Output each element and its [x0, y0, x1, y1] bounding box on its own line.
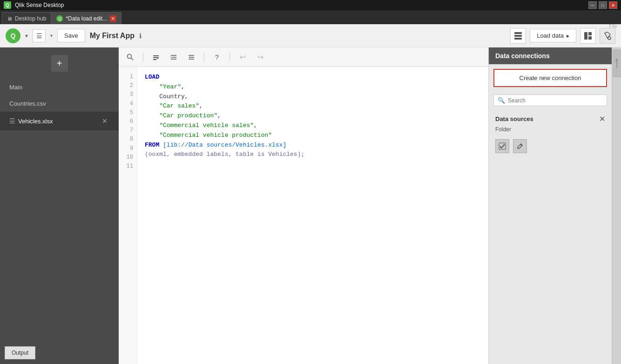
list-dropdown[interactable]: ▾: [50, 33, 53, 38]
hub-icon: 🖥: [7, 16, 12, 21]
select-data-icon: [499, 142, 506, 150]
toolbar-dropdown[interactable]: ▾: [25, 33, 28, 39]
right-panel: Data connections Create new connection 🔍…: [488, 47, 612, 364]
logo-button[interactable]: Q: [6, 28, 20, 43]
file-label: File: [605, 20, 621, 32]
svg-point-7: [128, 54, 132, 58]
layout-icon: [584, 32, 592, 40]
toolbar: Q ▾ ☰ ▾ Save My First App ℹ Load data ▸: [0, 24, 621, 47]
save-button[interactable]: Save: [57, 29, 85, 42]
create-connection-button[interactable]: Create new connection: [493, 69, 607, 87]
sidebar-vehicles-close[interactable]: ✕: [100, 116, 109, 126]
close-btn[interactable]: ✕: [609, 1, 617, 9]
separator-2: [204, 53, 204, 62]
add-section-btn[interactable]: +: [51, 55, 68, 72]
strip-btn-1[interactable]: [613, 49, 621, 77]
sidebar-item-countries[interactable]: Countries.csv: [0, 95, 119, 112]
redo-icon: ↪: [257, 53, 263, 61]
tab-close-btn[interactable]: ✕: [110, 15, 116, 22]
svg-rect-5: [588, 36, 592, 40]
sidebar-bottom: Output: [0, 342, 119, 364]
comment-icon: [152, 54, 160, 61]
edit-connection-btn[interactable]: [513, 139, 527, 153]
panel-header: Data connections: [489, 47, 612, 64]
svg-rect-11: [153, 59, 156, 60]
sidebar-main-label: Main: [9, 84, 22, 91]
data-sources-header: Data sources ✕: [489, 111, 612, 125]
help-btn[interactable]: ?: [210, 50, 224, 64]
select-data-btn[interactable]: [495, 139, 509, 153]
data-manager-btn[interactable]: [510, 28, 526, 44]
search-box: 🔍: [493, 94, 607, 106]
minimize-btn[interactable]: ─: [588, 1, 597, 9]
app-icon: Q: [4, 1, 11, 9]
svg-rect-2: [514, 38, 522, 40]
code-editor[interactable]: 12345 67891011 LOAD "Year", Country, "Ca…: [119, 67, 488, 364]
tab-bar: 🖥 Desktop hub Q *Data load edit... ✕ Fil…: [0, 10, 621, 24]
undo-icon: ↩: [240, 53, 246, 61]
output-button[interactable]: Output: [5, 346, 35, 359]
indent-btn[interactable]: [167, 50, 181, 64]
sidebar-vehicles-label: Vehicles.xlsx: [18, 118, 53, 125]
svg-rect-9: [153, 55, 159, 56]
info-icon[interactable]: ℹ: [139, 32, 142, 40]
list-view-btn[interactable]: ☰: [33, 29, 46, 42]
indent-icon: [170, 54, 177, 61]
strip-icon-1: [614, 58, 619, 69]
outdent-icon: [188, 54, 195, 61]
sidebar-item-main[interactable]: Main: [0, 79, 119, 95]
main-layout: + Main Countries.csv ☰ Vehicles.xlsx ✕ O…: [0, 47, 621, 364]
tab-dataload-label: *Data load edit...: [66, 15, 107, 22]
svg-rect-3: [584, 32, 587, 40]
data-sources-close-btn[interactable]: ✕: [599, 115, 605, 123]
line-numbers: 12345 67891011: [119, 67, 137, 364]
title-bar: Q Qlik Sense Desktop ─ □ ✕: [0, 0, 621, 10]
search-icon: 🔍: [498, 97, 505, 104]
paint-icon: [603, 32, 612, 40]
tab-qlik-icon: Q: [56, 15, 63, 22]
separator-1: [143, 53, 143, 62]
app-title: My First App: [90, 32, 135, 40]
data-sources-actions: [489, 136, 612, 156]
help-icon: ?: [215, 54, 219, 61]
outdent-btn[interactable]: [184, 50, 198, 64]
svg-point-6: [608, 37, 611, 40]
tab-hub-label: Desktop hub: [15, 15, 46, 22]
edit-icon: [516, 142, 524, 150]
svg-rect-0: [514, 32, 522, 34]
svg-line-8: [131, 58, 134, 60]
search-icon: [127, 54, 134, 61]
redo-btn[interactable]: ↪: [253, 50, 267, 64]
left-sidebar: + Main Countries.csv ☰ Vehicles.xlsx ✕ O…: [0, 47, 119, 364]
sidebar-vehicles-inner: ☰ Vehicles.xlsx: [9, 117, 53, 125]
editor-toolbar: ? ↩ ↪: [119, 47, 488, 67]
code-content[interactable]: LOAD "Year", Country, "Car sales", "Car …: [137, 67, 312, 364]
undo-btn[interactable]: ↩: [236, 50, 250, 64]
panel-title: Data connections: [495, 52, 550, 60]
load-data-label: Load data: [537, 32, 564, 39]
title-bar-text: Qlik Sense Desktop: [15, 2, 585, 8]
data-manager-icon: [514, 32, 522, 40]
load-data-button[interactable]: Load data ▸: [530, 29, 576, 42]
search-tool-btn[interactable]: [123, 50, 137, 64]
data-sources-title: Data sources: [495, 115, 533, 122]
search-input[interactable]: [508, 97, 603, 104]
sidebar-item-vehicles[interactable]: ☰ Vehicles.xlsx ✕: [0, 112, 119, 130]
far-right-strip: [612, 47, 621, 364]
separator-3: [230, 53, 230, 62]
svg-rect-4: [588, 32, 592, 35]
editor-area: ? ↩ ↪ 12345 67891011 LOAD "Year", Countr…: [119, 47, 488, 364]
comment-btn[interactable]: [149, 50, 163, 64]
tab-hub[interactable]: 🖥 Desktop hub: [2, 12, 51, 24]
sidebar-file-icon: ☰: [9, 117, 15, 125]
sidebar-countries-label: Countries.csv: [9, 100, 46, 107]
data-sources-sub: Folder: [489, 125, 612, 136]
svg-rect-1: [514, 35, 522, 37]
load-data-arrow: ▸: [567, 33, 569, 39]
maximize-btn[interactable]: □: [599, 1, 607, 9]
title-bar-controls: ─ □ ✕: [588, 1, 617, 9]
toolbar-right: Load data ▸: [510, 28, 615, 44]
tab-dataload[interactable]: Q *Data load edit... ✕: [51, 12, 122, 24]
layout-toggle-btn[interactable]: [580, 28, 596, 44]
